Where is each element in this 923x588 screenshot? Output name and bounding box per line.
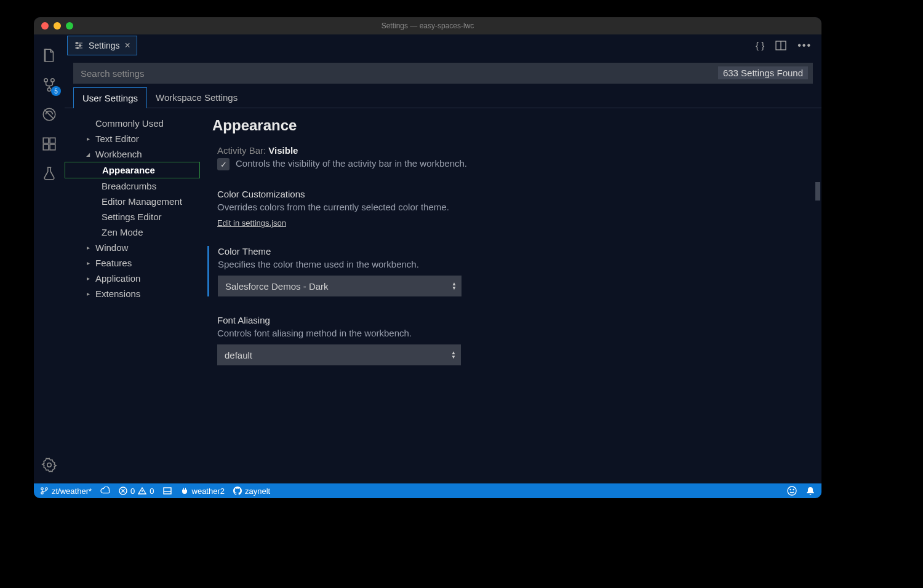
font-aliasing-select[interactable]: default — [217, 344, 461, 365]
svg-rect-6 — [43, 145, 49, 150]
svg-point-10 — [79, 45, 81, 47]
toc-workbench[interactable]: Workbench — [65, 146, 200, 162]
plug-icon — [180, 487, 189, 495]
body: 5 Settings × { — [34, 34, 821, 483]
toc-editor-management[interactable]: Editor Management — [65, 194, 200, 209]
org-status[interactable]: weather2 — [180, 487, 225, 496]
window-title: Settings — easy-spaces-lwc — [34, 22, 821, 30]
select-arrows-icon: ▲▼ — [451, 351, 456, 359]
setting-desc: Controls the visibility of the activity … — [236, 158, 467, 169]
app-window: Settings — easy-spaces-lwc 5 — [34, 17, 821, 498]
setting-title: Color Theme — [218, 246, 803, 256]
close-tab-icon[interactable]: × — [125, 41, 130, 50]
svg-point-0 — [44, 79, 47, 82]
smiley-icon — [787, 486, 797, 496]
svg-point-1 — [51, 79, 54, 82]
tab-bar: Settings × { } ••• — [65, 34, 821, 57]
svg-point-16 — [41, 492, 44, 495]
setting-activity-bar-visible: Activity Bar: Visible ✓ Controls the vis… — [212, 145, 803, 170]
svg-rect-7 — [50, 145, 55, 150]
svg-point-8 — [47, 463, 52, 467]
section-heading: Appearance — [212, 117, 803, 134]
title-bar: Settings — easy-spaces-lwc — [34, 17, 821, 34]
test-beaker-icon[interactable] — [34, 159, 65, 188]
extensions-icon[interactable] — [34, 129, 65, 159]
toc-extensions[interactable]: Extensions — [65, 286, 200, 301]
toc-application[interactable]: Application — [65, 271, 200, 286]
debug-icon[interactable] — [34, 100, 65, 129]
setting-desc: Specifies the color theme used in the wo… — [218, 259, 803, 269]
explorer-icon[interactable] — [34, 41, 65, 70]
editor-area: Settings × { } ••• 633 Settings Found Us… — [65, 34, 821, 483]
scm-badge: 5 — [51, 86, 61, 96]
toc-text-editor[interactable]: Text Editor — [65, 131, 200, 146]
toc-commonly-used[interactable]: Commonly Used — [65, 116, 200, 131]
cloud-icon — [100, 487, 110, 495]
github-icon — [233, 487, 242, 495]
panel-icon — [163, 487, 172, 495]
tab-label: Settings — [89, 41, 120, 50]
svg-point-14 — [41, 488, 44, 490]
settings-content: Appearance Activity Bar: Visible ✓ Contr… — [200, 108, 821, 483]
svg-rect-4 — [43, 138, 49, 143]
source-control-icon[interactable]: 5 — [34, 70, 65, 100]
git-branch-status[interactable]: zt/weather* — [40, 487, 92, 496]
toc-window[interactable]: Window — [65, 240, 200, 255]
settings-toc: Commonly Used Text Editor Workbench Appe… — [65, 108, 200, 483]
minimap-scrollbar[interactable] — [815, 182, 820, 201]
sync-status[interactable] — [100, 487, 110, 495]
setting-color-theme: Color Theme Specifies the color theme us… — [207, 246, 803, 296]
open-json-icon[interactable]: { } — [756, 40, 764, 51]
settings-icon — [74, 41, 84, 50]
branch-icon — [40, 487, 49, 495]
more-actions-icon[interactable]: ••• — [797, 40, 812, 51]
user-settings-tab[interactable]: User Settings — [73, 87, 147, 108]
setting-title: Color Customizations — [217, 189, 803, 199]
notifications-status[interactable] — [805, 486, 815, 496]
activity-bar-visible-checkbox[interactable]: ✓ — [217, 158, 230, 170]
svg-point-15 — [46, 488, 48, 490]
toc-breadcrumbs[interactable]: Breadcrumbs — [65, 178, 200, 194]
workspace-settings-tab[interactable]: Workspace Settings — [147, 87, 246, 108]
feedback-status[interactable] — [787, 486, 797, 496]
setting-desc: Controls font aliasing method in the wor… — [217, 328, 803, 338]
warning-icon — [138, 487, 146, 495]
svg-rect-18 — [164, 488, 171, 494]
editor-actions: { } ••• — [756, 40, 821, 51]
svg-point-9 — [76, 42, 78, 44]
edit-in-settings-json-link[interactable]: Edit in settings.json — [217, 218, 286, 228]
settings-search-row: 633 Settings Found — [65, 57, 821, 87]
svg-point-2 — [47, 88, 50, 91]
svg-point-21 — [790, 490, 791, 490]
split-editor-icon[interactable] — [775, 40, 786, 51]
settings-body: Commonly Used Text Editor Workbench Appe… — [65, 108, 821, 483]
setting-title: Font Aliasing — [217, 315, 803, 325]
search-settings-input[interactable] — [73, 63, 813, 84]
tab-settings[interactable]: Settings × — [67, 36, 137, 55]
settings-count-label: 633 Settings Found — [718, 66, 808, 79]
color-theme-select[interactable]: Salesforce Demos - Dark — [218, 276, 461, 296]
svg-point-22 — [793, 490, 794, 490]
setting-color-customizations: Color Customizations Overrides colors fr… — [212, 189, 803, 228]
settings-gear-icon[interactable] — [34, 450, 65, 480]
activity-bar: 5 — [34, 34, 65, 483]
toc-features[interactable]: Features — [65, 255, 200, 271]
toc-zen-mode[interactable]: Zen Mode — [65, 224, 200, 240]
panel-status[interactable] — [163, 487, 172, 495]
select-arrows-icon: ▲▼ — [452, 282, 457, 290]
svg-point-20 — [788, 487, 796, 495]
github-status[interactable]: zaynelt — [233, 487, 270, 496]
setting-desc: Overrides colors from the currently sele… — [217, 202, 803, 212]
svg-rect-5 — [50, 138, 55, 143]
toc-settings-editor[interactable]: Settings Editor — [65, 209, 200, 224]
toc-appearance[interactable]: Appearance — [65, 162, 200, 178]
setting-font-aliasing: Font Aliasing Controls font aliasing met… — [212, 315, 803, 365]
bell-icon — [805, 486, 815, 496]
error-icon — [119, 487, 127, 495]
status-bar: zt/weather* 0 0 weather2 zaynelt — [34, 483, 821, 498]
settings-scope-tabs: User Settings Workspace Settings — [65, 87, 821, 108]
setting-title: Activity Bar: Visible — [217, 145, 803, 156]
svg-point-11 — [77, 47, 79, 49]
problems-status[interactable]: 0 0 — [119, 487, 154, 496]
